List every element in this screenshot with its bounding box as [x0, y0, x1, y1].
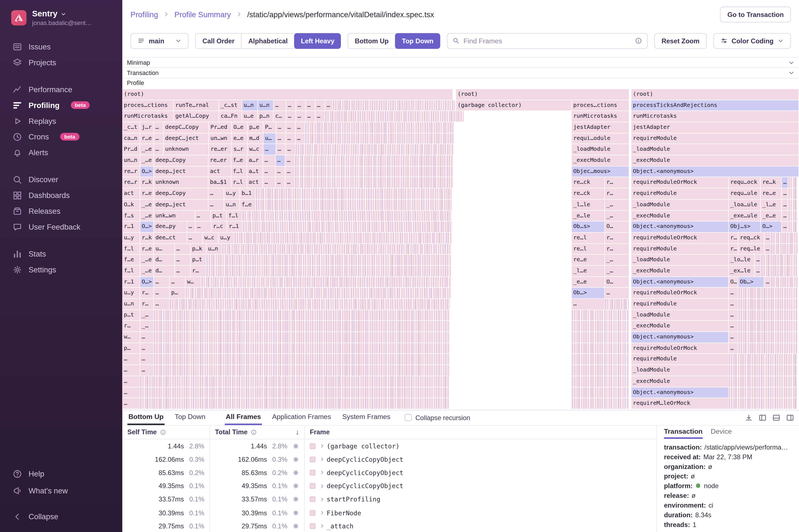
- layout-bottom-icon[interactable]: [773, 414, 780, 422]
- flame-frame[interactable]: requireModuleOrMock: [631, 233, 728, 243]
- flame-frame[interactable]: m…d: [247, 133, 263, 144]
- flame-frame[interactable]: …: [122, 376, 140, 387]
- flame-frame[interactable]: u…n: [242, 100, 257, 111]
- expand-chevron-icon[interactable]: [319, 510, 324, 515]
- flame-frame[interactable]: req…le: [739, 244, 764, 254]
- find-frames-search[interactable]: [447, 33, 648, 49]
- flame-frame[interactable]: (garbage collector): [456, 100, 572, 111]
- tab-top-down[interactable]: Top Down: [174, 411, 206, 425]
- flame-frame[interactable]: re…r: [122, 166, 140, 177]
- flame-frame[interactable]: proces…ctions: [572, 100, 629, 111]
- flame-frame[interactable]: …: [187, 222, 195, 232]
- flame-frame[interactable]: …: [315, 111, 324, 121]
- flame-frame[interactable]: O…>: [140, 166, 153, 177]
- flame-frame[interactable]: r…: [605, 233, 629, 243]
- flame-frame[interactable]: a…r: [247, 155, 262, 166]
- flame-frame[interactable]: requireModule: [631, 354, 728, 365]
- flame-frame[interactable]: O…>: [140, 277, 153, 287]
- flame-frame[interactable]: d…: [154, 266, 174, 276]
- sidebar-item-what-s-new[interactable]: What's new: [0, 482, 122, 499]
- flame-frame[interactable]: re…l: [572, 244, 604, 254]
- flame-frame[interactable]: r…1: [122, 222, 140, 232]
- flame-frame[interactable]: f…e: [122, 254, 140, 265]
- flame-frame[interactable]: r…1: [227, 222, 243, 232]
- go-to-transaction-button[interactable]: Go to Transaction: [720, 6, 791, 22]
- flame-frame[interactable]: …: [263, 145, 276, 155]
- flame-frame[interactable]: re…r: [122, 177, 140, 188]
- sidebar-item-profiling[interactable]: Profilingbeta: [0, 97, 122, 113]
- details-tab-transaction[interactable]: Transaction: [664, 426, 703, 439]
- flame-frame[interactable]: (root): [631, 89, 799, 100]
- flame-frame[interactable]: _execModule: [631, 155, 799, 166]
- flame-frame[interactable]: …: [276, 177, 285, 188]
- sort-alphabetical[interactable]: Alphabetical: [241, 33, 294, 48]
- flame-frame[interactable]: _…: [140, 321, 153, 331]
- collapse-recursion-toggle[interactable]: Collapse recursion: [405, 411, 470, 425]
- flame-frame[interactable]: runMicrotasks: [572, 111, 629, 121]
- flame-frame[interactable]: _loadModule: [631, 254, 728, 265]
- tab-bottom-up[interactable]: Bottom Up: [128, 411, 165, 425]
- flame-frame[interactable]: requ…ule: [729, 189, 760, 199]
- expand-chevron-icon[interactable]: [319, 497, 324, 502]
- table-row[interactable]: 1.44s2.8%1.44s2.8%(garbage collector): [122, 439, 656, 453]
- flame-frame[interactable]: _ex…le: [729, 266, 754, 276]
- flame-frame[interactable]: u…y: [122, 288, 140, 299]
- flame-frame[interactable]: …: [154, 277, 169, 287]
- flame-frame[interactable]: j…r: [140, 122, 153, 133]
- thread-select[interactable]: main: [131, 33, 189, 49]
- flame-frames-dense[interactable]: [739, 288, 798, 299]
- flame-frames-dense[interactable]: [186, 288, 451, 299]
- flame-frames-dense[interactable]: [295, 155, 453, 166]
- flame-frame[interactable]: Ob…>: [739, 277, 764, 287]
- flame-frame[interactable]: w…: [186, 277, 201, 287]
- flame-frames-dense[interactable]: [739, 332, 798, 343]
- panel-row-profile[interactable]: Profile: [122, 78, 799, 88]
- reset-zoom-button[interactable]: Reset Zoom: [654, 33, 707, 49]
- flame-frame[interactable]: …: [140, 354, 153, 365]
- flame-frame[interactable]: d…: [154, 254, 174, 265]
- flame-frame[interactable]: req…ck: [739, 233, 764, 243]
- flame-frame[interactable]: O…: [729, 277, 738, 287]
- flame-frame[interactable]: …: [154, 288, 169, 299]
- flame-frame[interactable]: …: [729, 288, 738, 299]
- flame-frames-dense[interactable]: [788, 177, 798, 188]
- flame-frame[interactable]: …: [208, 189, 224, 199]
- flame-frame[interactable]: jestAdapter: [572, 122, 629, 133]
- frame-settings-button[interactable]: [293, 456, 299, 462]
- flame-frame[interactable]: getAl…Copy: [174, 111, 218, 121]
- flame-frame[interactable]: _c…st: [219, 100, 242, 111]
- flame-frame[interactable]: _e…e: [761, 210, 781, 221]
- flame-frame[interactable]: …: [729, 343, 738, 354]
- flame-frame[interactable]: …: [286, 145, 295, 155]
- flame-frames-dense[interactable]: [154, 354, 449, 365]
- flame-frame[interactable]: act: [122, 189, 140, 199]
- flame-frame[interactable]: _…e: [140, 254, 153, 265]
- flame-frame[interactable]: Obj…s>: [729, 222, 760, 232]
- flame-frames-dense[interactable]: [761, 254, 797, 265]
- flame-frame[interactable]: r…k: [140, 177, 153, 188]
- flame-frame[interactable]: _loadModule: [631, 200, 728, 210]
- flame-frame[interactable]: _…: [140, 310, 153, 320]
- flame-frame[interactable]: …: [154, 133, 163, 144]
- flame-frame[interactable]: Ob…>: [572, 288, 604, 299]
- flame-frame[interactable]: …: [154, 145, 163, 155]
- flame-frames-dense[interactable]: [206, 254, 451, 265]
- flame-frame[interactable]: …: [286, 133, 295, 144]
- flame-frame[interactable]: …: [286, 111, 296, 121]
- flame-frame[interactable]: …: [285, 177, 295, 188]
- flame-frame[interactable]: …: [122, 398, 140, 409]
- flame-frame[interactable]: c…: [274, 111, 286, 121]
- flame-frame[interactable]: …: [782, 200, 788, 210]
- flame-frame[interactable]: _…e: [140, 155, 153, 166]
- flame-frame[interactable]: …: [729, 299, 738, 309]
- sidebar-item-replays[interactable]: Replays: [0, 113, 122, 129]
- flame-frame[interactable]: u…n: [122, 299, 140, 309]
- flame-frame[interactable]: f…e: [240, 200, 255, 210]
- flame-frame[interactable]: _…e: [140, 266, 153, 276]
- flame-frame[interactable]: p…t: [122, 310, 140, 320]
- flame-frame[interactable]: (root): [122, 89, 452, 100]
- flame-frames-dense[interactable]: [739, 321, 798, 331]
- flame-frame[interactable]: Object.<anonymous>: [631, 166, 799, 177]
- flame-frame[interactable]: …: [276, 133, 285, 144]
- flame-frame[interactable]: p…: [122, 343, 140, 354]
